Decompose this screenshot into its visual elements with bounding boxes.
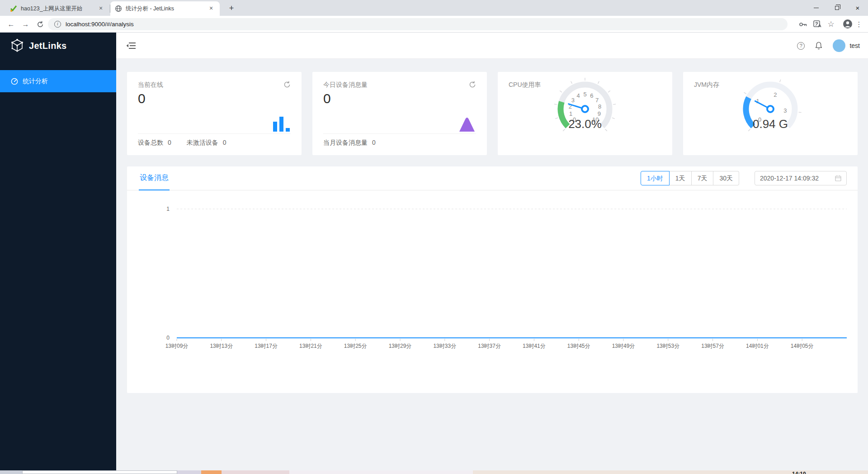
logo[interactable]: JetLinks <box>0 33 116 59</box>
gauge-value: 0.94 G <box>753 117 788 131</box>
x-axis-label: 13时41分 <box>523 343 546 349</box>
card-current-online: 当前在线 0 设备总数0 未激活设备0 <box>127 72 302 155</box>
browser-tab-jetlinks[interactable]: 统计分析 - JetLinks × <box>110 1 220 16</box>
logo-text: JetLinks <box>29 41 67 51</box>
sidebar: JetLinks 统计分析 <box>0 33 116 470</box>
card-footer: 当月设备消息量0 <box>323 139 376 147</box>
device-messages-card: 设备消息 1小时1天7天30天 2020-12-17 14:09:32 011 <box>127 166 858 393</box>
x-axis-label: 13时53分 <box>656 343 679 349</box>
new-tab-button[interactable]: + <box>225 2 238 15</box>
taskbar-search-box[interactable] <box>22 470 177 474</box>
taskbar-segment <box>0 470 22 474</box>
tab-close-icon[interactable]: × <box>207 5 215 13</box>
taskbar-clock: 14:10 <box>792 471 806 474</box>
gauge-value: 23.0% <box>568 117 602 131</box>
info-icon[interactable]: i <box>54 21 61 28</box>
mini-area-chart <box>459 116 475 132</box>
card-value: 0 <box>323 91 331 106</box>
close-button[interactable]: × <box>847 0 868 15</box>
sync-icon[interactable] <box>469 81 476 88</box>
chart-header: 设备消息 1小时1天7天30天 2020-12-17 14:09:32 <box>127 166 858 190</box>
range-button-1小时[interactable]: 1小时 <box>641 171 670 185</box>
calendar-icon <box>835 175 841 181</box>
x-axis-label: 13时49分 <box>612 343 635 349</box>
hao123-favicon <box>10 5 17 12</box>
x-axis-label: 13时25分 <box>344 343 367 349</box>
minimize-button[interactable] <box>806 0 826 15</box>
user-avatar <box>833 39 845 52</box>
cpu-gauge: 01234567891023.0% <box>531 77 639 150</box>
browser-toolbar: ← → i localhost:9000/#/analysis <box>0 16 868 33</box>
refresh-button[interactable] <box>34 19 46 30</box>
password-key-icon[interactable] <box>798 20 807 29</box>
globe-favicon <box>115 5 122 12</box>
header-actions: ? test <box>797 33 860 59</box>
help-icon[interactable]: ? <box>797 42 805 50</box>
stat-label: 未激活设备 <box>187 139 218 146</box>
tab-device-messages[interactable]: 设备消息 <box>139 167 170 190</box>
gauge-tick-label: 3 <box>783 107 787 114</box>
card-jvm-memory: JVM内存 01230.94 G <box>683 72 858 155</box>
taskbar-segment <box>289 470 473 474</box>
card-today-messages: 今日设备消息量 0 当月设备消息量0 <box>312 72 487 155</box>
address-bar[interactable]: i localhost:9000/#/analysis <box>48 18 788 30</box>
x-axis-label: 13时33分 <box>433 343 456 349</box>
card-cpu-usage: CPU使用率 01234567891023.0% <box>498 72 672 155</box>
card-title: JVM内存 <box>694 81 719 89</box>
x-axis-label: 13时17分 <box>255 343 278 349</box>
gauge-tick-label: 8 <box>598 103 601 110</box>
stat-value: 0 <box>372 139 376 146</box>
sidebar-item-label: 统计分析 <box>23 77 48 85</box>
browser-menu-icon[interactable]: ⋮ <box>854 20 863 29</box>
stat-value: 0 <box>168 139 171 146</box>
range-button-7天[interactable]: 7天 <box>692 171 714 185</box>
user-menu[interactable]: test <box>833 39 860 52</box>
bookmark-star-icon[interactable]: ☆ <box>826 20 835 29</box>
screen: hao123_上网从这里开始 × 统计分析 - JetLinks × + × ←… <box>0 0 868 474</box>
browser-tab-hao123[interactable]: hao123_上网从这里开始 × <box>5 1 109 16</box>
divider <box>138 133 291 134</box>
gauge-tick-label: 1 <box>569 110 572 117</box>
gauge-tick-label: 5 <box>583 91 586 98</box>
forward-button[interactable]: → <box>20 19 31 30</box>
x-axis-label: 13时37分 <box>478 343 501 349</box>
x-axis-label: 13时57分 <box>701 343 724 349</box>
menu-fold-button[interactable] <box>126 41 136 50</box>
x-axis-label: 14时01分 <box>746 343 769 349</box>
url-text[interactable]: localhost:9000/#/analysis <box>66 21 134 28</box>
y-axis-label: 1 <box>166 206 170 212</box>
stat-cards-row: 当前在线 0 设备总数0 未激活设备0 今日设备消息量 <box>127 72 858 155</box>
cube-logo-icon <box>10 38 24 53</box>
browser-tab-strip: hao123_上网从这里开始 × 统计分析 - JetLinks × + × <box>0 0 868 16</box>
taskbar-sliver: 14:10 <box>0 470 868 474</box>
dashboard-icon <box>11 78 18 85</box>
tab-close-icon[interactable]: × <box>97 5 105 13</box>
window-controls: × <box>806 0 868 15</box>
refresh-icon <box>37 21 44 28</box>
sidebar-item-analysis[interactable]: 统计分析 <box>0 70 116 92</box>
range-button-1天[interactable]: 1天 <box>670 171 692 185</box>
bell-icon[interactable] <box>815 42 823 50</box>
sync-icon[interactable] <box>283 81 291 88</box>
gauge-tick-label: 2 <box>774 91 777 98</box>
taskbar-segment <box>222 470 289 474</box>
translate-icon[interactable] <box>813 20 822 29</box>
back-button[interactable]: ← <box>5 19 17 30</box>
stat-label: 设备总数 <box>138 139 163 146</box>
gauge-tick-label: 4 <box>576 92 580 99</box>
x-axis-label: 13时13分 <box>210 343 233 349</box>
restore-button[interactable] <box>826 0 847 15</box>
username: test <box>849 42 860 49</box>
gauge-tick-label: 3 <box>571 97 575 104</box>
card-footer: 设备总数0 未激活设备0 <box>138 139 226 147</box>
profile-icon[interactable] <box>843 19 852 28</box>
time-range-group: 1小时1天7天30天 <box>641 171 739 185</box>
range-button-30天[interactable]: 30天 <box>713 171 739 185</box>
datetime-picker[interactable]: 2020-12-17 14:09:32 <box>755 171 847 185</box>
taskbar-segment <box>201 470 222 474</box>
x-axis-label: 13时21分 <box>299 343 322 349</box>
card-value: 0 <box>138 91 146 106</box>
taskbar-segment <box>177 470 201 474</box>
mini-bar-chart <box>273 117 290 132</box>
x-axis-label: 13时45分 <box>567 343 590 349</box>
